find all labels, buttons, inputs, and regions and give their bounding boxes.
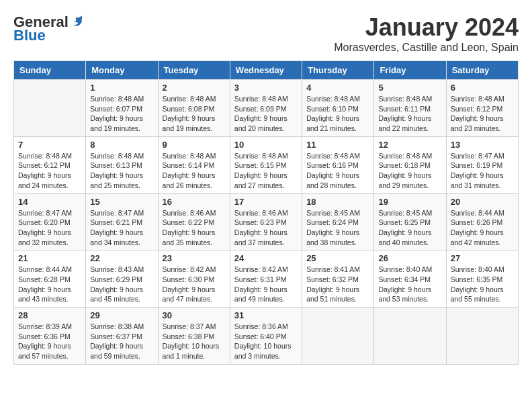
day-info: Sunrise: 8:37 AM Sunset: 6:38 PM Dayligh… [163, 322, 226, 361]
day-info: Sunrise: 8:48 AM Sunset: 6:12 PM Dayligh… [451, 94, 514, 134]
day-number: 13 [451, 140, 514, 150]
column-header-thursday: Thursday [302, 61, 374, 80]
calendar-header-row: SundayMondayTuesdayWednesdayThursdayFrid… [14, 61, 519, 80]
day-number: 10 [234, 140, 298, 150]
day-info: Sunrise: 8:48 AM Sunset: 6:11 PM Dayligh… [378, 94, 441, 134]
day-number: 20 [451, 197, 514, 207]
day-number: 28 [18, 310, 81, 320]
day-info: Sunrise: 8:44 AM Sunset: 6:28 PM Dayligh… [18, 265, 81, 304]
calendar-cell: 23Sunrise: 8:42 AM Sunset: 6:30 PM Dayli… [158, 250, 230, 308]
day-number: 7 [18, 140, 81, 150]
calendar-cell: 10Sunrise: 8:48 AM Sunset: 6:15 PM Dayli… [230, 136, 302, 193]
day-info: Sunrise: 8:45 AM Sunset: 6:24 PM Dayligh… [306, 208, 369, 248]
location-title: Morasverdes, Castille and Leon, Spain [334, 42, 519, 54]
calendar-cell: 27Sunrise: 8:40 AM Sunset: 6:35 PM Dayli… [446, 250, 518, 308]
day-number: 9 [163, 140, 226, 150]
day-number: 22 [90, 253, 153, 263]
day-info: Sunrise: 8:47 AM Sunset: 6:20 PM Dayligh… [18, 208, 81, 248]
page-header: General Blue January 2024 Morasverdes, C… [13, 13, 519, 54]
calendar-cell: 3Sunrise: 8:48 AM Sunset: 6:09 PM Daylig… [230, 80, 302, 137]
column-header-sunday: Sunday [14, 61, 86, 80]
calendar-cell: 29Sunrise: 8:38 AM Sunset: 6:37 PM Dayli… [86, 308, 158, 365]
calendar-cell: 4Sunrise: 8:48 AM Sunset: 6:10 PM Daylig… [302, 80, 374, 137]
day-number: 8 [90, 140, 153, 150]
calendar-cell: 14Sunrise: 8:47 AM Sunset: 6:20 PM Dayli… [14, 193, 86, 250]
calendar-cell: 28Sunrise: 8:39 AM Sunset: 6:36 PM Dayli… [14, 308, 86, 365]
day-info: Sunrise: 8:48 AM Sunset: 6:09 PM Dayligh… [234, 94, 298, 134]
day-info: Sunrise: 8:48 AM Sunset: 6:10 PM Dayligh… [306, 94, 369, 134]
calendar-cell: 15Sunrise: 8:47 AM Sunset: 6:21 PM Dayli… [86, 193, 158, 250]
day-number: 5 [378, 83, 441, 93]
day-info: Sunrise: 8:46 AM Sunset: 6:23 PM Dayligh… [234, 208, 298, 248]
column-header-saturday: Saturday [446, 61, 518, 80]
column-header-monday: Monday [86, 61, 158, 80]
day-info: Sunrise: 8:38 AM Sunset: 6:37 PM Dayligh… [90, 322, 153, 361]
day-info: Sunrise: 8:41 AM Sunset: 6:32 PM Dayligh… [306, 265, 369, 304]
calendar-cell: 7Sunrise: 8:48 AM Sunset: 6:12 PM Daylig… [14, 136, 86, 193]
calendar-cell: 31Sunrise: 8:36 AM Sunset: 6:40 PM Dayli… [230, 308, 302, 365]
week-row-2: 7Sunrise: 8:48 AM Sunset: 6:12 PM Daylig… [14, 136, 519, 193]
day-info: Sunrise: 8:36 AM Sunset: 6:40 PM Dayligh… [234, 322, 298, 361]
calendar-cell: 8Sunrise: 8:48 AM Sunset: 6:13 PM Daylig… [86, 136, 158, 193]
day-number: 12 [378, 140, 441, 150]
day-number: 11 [306, 140, 369, 150]
calendar-cell: 20Sunrise: 8:44 AM Sunset: 6:26 PM Dayli… [446, 193, 518, 250]
day-info: Sunrise: 8:42 AM Sunset: 6:30 PM Dayligh… [163, 265, 226, 304]
day-info: Sunrise: 8:48 AM Sunset: 6:18 PM Dayligh… [378, 151, 441, 191]
day-number: 19 [378, 197, 441, 207]
title-block: January 2024 Morasverdes, Castille and L… [334, 13, 519, 54]
logo: General Blue [13, 13, 83, 44]
day-info: Sunrise: 8:48 AM Sunset: 6:14 PM Dayligh… [163, 151, 226, 191]
day-number: 21 [18, 253, 81, 263]
day-info: Sunrise: 8:47 AM Sunset: 6:19 PM Dayligh… [451, 151, 514, 191]
day-info: Sunrise: 8:48 AM Sunset: 6:13 PM Dayligh… [90, 151, 153, 191]
week-row-5: 28Sunrise: 8:39 AM Sunset: 6:36 PM Dayli… [14, 308, 519, 365]
day-number: 31 [234, 310, 298, 320]
week-row-1: 1Sunrise: 8:48 AM Sunset: 6:07 PM Daylig… [14, 80, 519, 137]
day-number: 4 [306, 83, 369, 93]
day-info: Sunrise: 8:46 AM Sunset: 6:22 PM Dayligh… [163, 208, 226, 248]
calendar-cell: 21Sunrise: 8:44 AM Sunset: 6:28 PM Dayli… [14, 250, 86, 308]
day-info: Sunrise: 8:43 AM Sunset: 6:29 PM Dayligh… [90, 265, 153, 304]
day-number: 25 [306, 253, 369, 263]
calendar-cell: 13Sunrise: 8:47 AM Sunset: 6:19 PM Dayli… [446, 136, 518, 193]
day-number: 3 [234, 83, 298, 93]
calendar-cell: 26Sunrise: 8:40 AM Sunset: 6:34 PM Dayli… [374, 250, 446, 308]
day-info: Sunrise: 8:48 AM Sunset: 6:12 PM Dayligh… [18, 151, 81, 191]
day-info: Sunrise: 8:47 AM Sunset: 6:21 PM Dayligh… [90, 208, 153, 248]
day-number: 2 [163, 83, 226, 93]
calendar-cell [374, 308, 446, 365]
day-number: 29 [90, 310, 153, 320]
calendar-cell: 2Sunrise: 8:48 AM Sunset: 6:08 PM Daylig… [158, 80, 230, 137]
calendar-cell: 11Sunrise: 8:48 AM Sunset: 6:16 PM Dayli… [302, 136, 374, 193]
calendar-cell: 5Sunrise: 8:48 AM Sunset: 6:11 PM Daylig… [374, 80, 446, 137]
week-row-3: 14Sunrise: 8:47 AM Sunset: 6:20 PM Dayli… [14, 193, 519, 250]
calendar-cell: 19Sunrise: 8:45 AM Sunset: 6:25 PM Dayli… [374, 193, 446, 250]
day-number: 30 [163, 310, 226, 320]
calendar-cell [446, 308, 518, 365]
calendar-cell: 25Sunrise: 8:41 AM Sunset: 6:32 PM Dayli… [302, 250, 374, 308]
logo-bird-icon [70, 14, 83, 28]
calendar-cell: 12Sunrise: 8:48 AM Sunset: 6:18 PM Dayli… [374, 136, 446, 193]
logo-blue-text: Blue [13, 27, 46, 44]
calendar-table: SundayMondayTuesdayWednesdayThursdayFrid… [13, 60, 519, 365]
calendar-cell: 6Sunrise: 8:48 AM Sunset: 6:12 PM Daylig… [446, 80, 518, 137]
calendar-cell: 24Sunrise: 8:42 AM Sunset: 6:31 PM Dayli… [230, 250, 302, 308]
day-number: 6 [451, 83, 514, 93]
day-info: Sunrise: 8:48 AM Sunset: 6:15 PM Dayligh… [234, 151, 298, 191]
column-header-wednesday: Wednesday [230, 61, 302, 80]
calendar-cell: 18Sunrise: 8:45 AM Sunset: 6:24 PM Dayli… [302, 193, 374, 250]
day-info: Sunrise: 8:48 AM Sunset: 6:08 PM Dayligh… [163, 94, 226, 134]
day-info: Sunrise: 8:48 AM Sunset: 6:16 PM Dayligh… [306, 151, 369, 191]
day-number: 16 [163, 197, 226, 207]
day-number: 15 [90, 197, 153, 207]
calendar-cell: 1Sunrise: 8:48 AM Sunset: 6:07 PM Daylig… [86, 80, 158, 137]
column-header-friday: Friday [374, 61, 446, 80]
calendar-cell [302, 308, 374, 365]
day-number: 17 [234, 197, 298, 207]
column-header-tuesday: Tuesday [158, 61, 230, 80]
day-info: Sunrise: 8:39 AM Sunset: 6:36 PM Dayligh… [18, 322, 81, 361]
day-info: Sunrise: 8:40 AM Sunset: 6:35 PM Dayligh… [451, 265, 514, 304]
calendar-cell: 17Sunrise: 8:46 AM Sunset: 6:23 PM Dayli… [230, 193, 302, 250]
day-number: 27 [451, 253, 514, 263]
